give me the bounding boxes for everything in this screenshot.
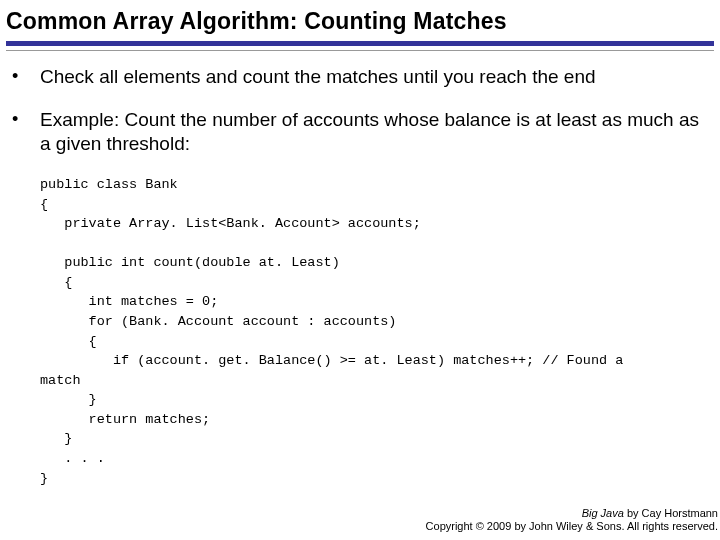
- slide-title: Common Array Algorithm: Counting Matches: [6, 8, 714, 46]
- footer-line-1: Big Java by Cay Horstmann: [426, 507, 718, 521]
- footer-copyright: Copyright © 2009 by John Wiley & Sons. A…: [426, 520, 718, 534]
- code-block: public class Bank { private Array. List<…: [6, 175, 714, 488]
- book-title: Big Java: [582, 507, 624, 519]
- footer-byline: by Cay Horstmann: [624, 507, 718, 519]
- slide: Common Array Algorithm: Counting Matches…: [0, 0, 720, 540]
- bullet-dot-icon: •: [12, 65, 40, 88]
- bullet-text: Check all elements and count the matches…: [40, 65, 714, 90]
- slide-footer: Big Java by Cay Horstmann Copyright © 20…: [426, 507, 718, 535]
- bullet-item: • Check all elements and count the match…: [12, 65, 714, 90]
- bullet-list: • Check all elements and count the match…: [6, 65, 714, 157]
- bullet-item: • Example: Count the number of accounts …: [12, 108, 714, 157]
- title-underline: [6, 50, 714, 51]
- bullet-dot-icon: •: [12, 108, 40, 131]
- bullet-text: Example: Count the number of accounts wh…: [40, 108, 714, 157]
